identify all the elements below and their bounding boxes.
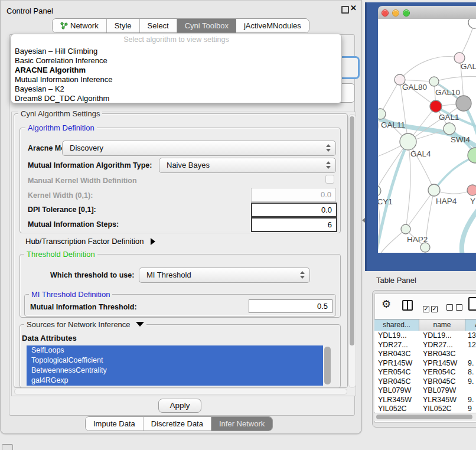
tab-discretize-data[interactable]: Discretize Data [144, 417, 211, 431]
sources-legend[interactable]: Sources for Network Inference [24, 320, 146, 329]
network-node[interactable] [420, 243, 430, 252]
file-icon[interactable] [468, 297, 476, 311]
settings-vertical-scrollbar[interactable] [348, 114, 356, 388]
settings-horizontal-scrollbar[interactable] [14, 389, 347, 394]
table-cell: 13 [468, 331, 476, 340]
mi-type-combo[interactable]: Naive Bayes [159, 158, 336, 173]
settings-scrollbar-thumb[interactable] [350, 116, 354, 345]
algorithm-option-mutual-information-inference[interactable]: Mutual Information Inference [15, 75, 112, 84]
table-row[interactable]: YIL052CYIL052C9 [374, 404, 476, 412]
network-node-gal1[interactable] [430, 100, 442, 112]
minimize-window-icon[interactable] [392, 9, 399, 17]
tab-infer-network[interactable]: Infer Network [211, 417, 272, 431]
checked-boxes-icon[interactable]: ✓✓ [423, 302, 438, 313]
algorithm-option-basic-correlation-inference[interactable]: Basic Correlation Inference [15, 56, 107, 66]
network-node-gal4[interactable] [400, 133, 416, 150]
control-panel-title: Control Panel [6, 6, 53, 15]
data-attribute-gal4rgexp[interactable]: gal4RGexp [27, 376, 323, 386]
mi-threshold-field[interactable]: 0.5 [249, 299, 332, 313]
apply-button[interactable]: Apply [158, 399, 201, 413]
manual-kernel-checkbox[interactable] [325, 175, 334, 184]
chevron-right-icon[interactable] [151, 238, 155, 245]
tab-label: jActiveMNodules [244, 19, 301, 32]
tab-impute-data[interactable]: Impute Data [86, 417, 144, 431]
tab-select[interactable]: Select [140, 19, 177, 32]
network-edge[interactable] [434, 76, 476, 81]
data-attributes-list[interactable]: SelfLoopsTopologicalCoefficientBetweenne… [27, 345, 323, 386]
minimized-panel-icon[interactable] [2, 444, 13, 450]
network-node-label: GAL [461, 62, 476, 71]
table-row[interactable]: YLR345WYLR345W9. [374, 395, 476, 405]
split-columns-icon[interactable] [402, 300, 413, 311]
table-cell: YER054C [378, 368, 411, 376]
table-row[interactable]: YBR043CYBR043C [374, 349, 476, 358]
table-scrollbar-thumb[interactable] [376, 415, 472, 419]
zoom-window-icon[interactable] [403, 9, 410, 17]
network-edge[interactable] [378, 114, 380, 191]
algorithm-option-dream8-dc-tdc-algorithm[interactable]: Dream8 DC_TDC Algorithm [15, 94, 109, 103]
gear-icon[interactable]: ⚙ [382, 298, 391, 311]
tab-jactivemnodules[interactable]: jActiveMNodules [236, 19, 309, 32]
network-edge[interactable] [434, 156, 476, 190]
data-attributes-label: Data Attributes [22, 334, 77, 343]
tab-network[interactable]: Network [53, 19, 107, 32]
tab-cyni-toolbox[interactable]: Cyni Toolbox [177, 19, 236, 32]
close-icon[interactable]: ✕ [350, 4, 357, 12]
column-header-a[interactable]: A [465, 319, 476, 331]
data-attribute-betweennesscentrality[interactable]: BetweennessCentrality [27, 366, 323, 376]
attributes-scrollbar-thumb[interactable] [324, 347, 331, 384]
table-header: shared...nameA [374, 319, 476, 331]
network-node-hap4[interactable] [428, 184, 440, 196]
table-horizontal-scrollbar[interactable] [374, 413, 476, 421]
algorithm-dropdown-hint: Select algorithm to view settings [11, 35, 341, 44]
network-window-titlebar[interactable] [378, 6, 476, 19]
kernel-width-field[interactable]: 0.0 [251, 188, 336, 202]
network-edge[interactable] [380, 229, 406, 253]
network-node-hap2[interactable] [401, 224, 410, 234]
float-window-icon[interactable] [341, 6, 349, 14]
data-attribute-selfloops[interactable]: SelfLoops [27, 345, 323, 356]
network-node-gal10[interactable] [429, 77, 439, 86]
network-node-swi4[interactable] [444, 123, 455, 135]
network-edge[interactable] [380, 80, 400, 114]
algorithm-option-bayesian-hill-climbing[interactable]: Bayesian – Hill Climbing [15, 47, 97, 56]
network-edge[interactable] [462, 208, 476, 253]
column-header-shared[interactable]: shared... [374, 319, 419, 331]
network-edge[interactable] [406, 142, 410, 229]
algorithm-option-aracne-algorithm[interactable]: ARACNE Algorithm [15, 66, 86, 75]
network-node[interactable] [456, 96, 471, 111]
algorithm-option-bayesian-k2[interactable]: Bayesian – K2 [15, 84, 64, 94]
column-header-name[interactable]: name [419, 319, 465, 331]
table-cell: YDR27... [423, 341, 453, 349]
tab-style[interactable]: Style [107, 19, 140, 32]
table-cell: YBR043C [423, 350, 456, 358]
table-cell: YBL079W [378, 386, 411, 394]
network-node[interactable] [468, 148, 476, 163]
network-node-y[interactable] [467, 185, 476, 195]
network-node[interactable] [468, 19, 476, 28]
mi-steps-field[interactable]: 6 [251, 217, 337, 232]
table-row[interactable]: YDL19...YDL19...13 [374, 331, 476, 340]
which-threshold-value: MI Threshold [146, 270, 191, 279]
table-row[interactable]: YPR145WYPR145W9. [374, 358, 476, 368]
unchecked-boxes-icon[interactable] [446, 302, 462, 313]
dpi-tolerance-field[interactable]: 0.0 [251, 203, 337, 217]
table-row[interactable]: YDR27...YDR27...12 [374, 340, 476, 350]
network-node-label: GAL10 [435, 88, 460, 97]
table-row[interactable]: YBL079WYBL079W [374, 386, 476, 395]
network-canvas[interactable]: GALGAL80GAL10GAL1GAL11SWI4GAL4GCY1HAP4YH… [378, 19, 476, 253]
algorithm-definition-legend: Algorithm Definition [25, 123, 97, 132]
close-window-icon[interactable] [382, 9, 389, 17]
table-row[interactable]: YBR045CYBR045C9. [374, 377, 476, 386]
aracne-mode-combo[interactable]: Discovery [62, 141, 336, 156]
tab-label: Network [70, 19, 99, 32]
data-attribute-topologicalcoefficient[interactable]: TopologicalCoefficient [27, 356, 323, 366]
network-node-gcy1[interactable] [378, 185, 381, 196]
table-row[interactable]: YER054CYER054C8. [374, 367, 476, 377]
control-panel-tabs: NetworkStyleSelectCyni ToolboxjActiveMNo… [52, 18, 309, 33]
which-threshold-combo[interactable]: MI Threshold [139, 268, 310, 283]
network-edge[interactable] [400, 57, 459, 80]
chevron-down-icon[interactable] [136, 322, 144, 327]
network-node-gal11[interactable] [378, 109, 386, 119]
hub-definition-expander[interactable]: Hub/Transcription Factor Definition [25, 237, 155, 246]
